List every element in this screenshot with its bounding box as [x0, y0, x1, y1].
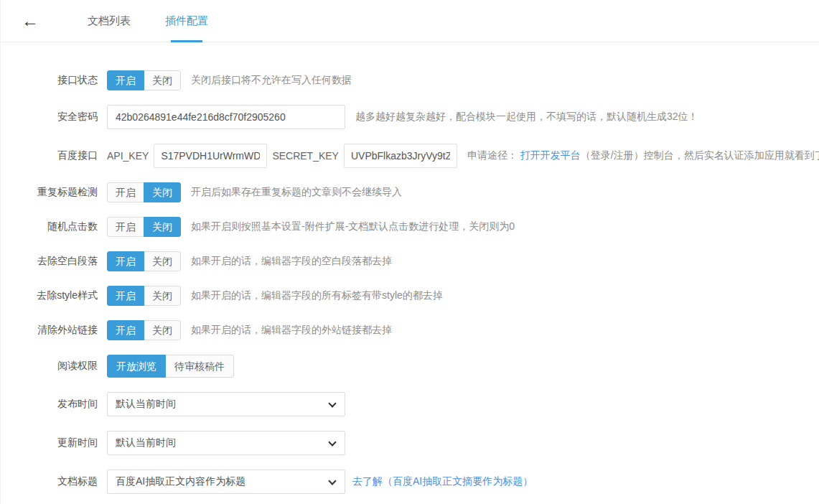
toggle-on-button[interactable]: 开启 [107, 251, 144, 271]
random-clicks-toggle: 开启 关闭 [107, 217, 181, 237]
field-label: 阅读权限 [1, 360, 98, 373]
row-baidu-api: 百度接口 API_KEY SECRET_KEY 申请途径： 打开开发平台（登录/… [1, 144, 819, 168]
help-text: 如果开启的话，编辑器字段的外站链接都去掉 [191, 324, 392, 337]
field-label: 随机点击数 [1, 220, 98, 233]
help-suffix: （登录/注册）控制台，然后实名认证添加应用就看到了 [581, 149, 819, 161]
duplicate-title-toggle: 开启 关闭 [107, 182, 181, 202]
row-doc-title: 文档标题 百度AI抽取正文内容作为标题 去了解（百度AI抽取正文摘要作为标题） [1, 470, 819, 494]
row-clear-external-links: 清除外站链接 开启 关闭 如果开启的话，编辑器字段的外站链接都去掉 [1, 320, 819, 340]
field-label: 更新时间 [1, 437, 98, 449]
tab-plugin-config[interactable]: 插件配置 [148, 0, 225, 42]
doc-title-select[interactable]: 百度AI抽取正文内容作为标题 [107, 470, 345, 494]
remove-style-toggle: 开启 关闭 [107, 286, 181, 306]
help-prefix: 申请途径： [467, 149, 518, 161]
secret-key-label: SECRET_KEY [272, 150, 339, 162]
chevron-down-icon [328, 399, 336, 407]
pending-review-button[interactable]: 待审核稿件 [165, 355, 234, 378]
toggle-on-button[interactable]: 开启 [107, 320, 144, 340]
row-publish-time: 发布时间 默认当前时间 [1, 392, 819, 416]
update-time-select[interactable]: 默认当前时间 [107, 431, 345, 455]
select-value: 默认当前时间 [116, 398, 176, 411]
secret-key-input[interactable] [344, 144, 457, 168]
toggle-on-button[interactable]: 开启 [107, 286, 144, 306]
help-text: 如果开启则按照基本设置-附件扩展-文档默认点击数进行处理，关闭则为0 [191, 220, 515, 233]
read-permission-toggle: 开放浏览 待审核稿件 [107, 355, 234, 378]
help-text: 申请途径： 打开开发平台（登录/注册）控制台，然后实名认证添加应用就看到了 [467, 149, 819, 162]
tab-label: 文档列表 [88, 14, 131, 28]
config-form: 接口状态 开启 关闭 关闭后接口将不允许在写入任何数据 安全密码 越多越好越复杂… [1, 42, 819, 504]
tab-label: 插件配置 [165, 14, 208, 28]
row-interface-status: 接口状态 开启 关闭 关闭后接口将不允许在写入任何数据 [1, 70, 819, 90]
field-label: 文档标题 [1, 475, 98, 488]
open-dev-platform-link[interactable]: 打开开发平台 [520, 149, 581, 161]
header: ← 文档列表 插件配置 [1, 0, 819, 42]
security-password-input[interactable] [107, 105, 345, 129]
tab-underline [171, 40, 202, 42]
row-read-permission: 阅读权限 开放浏览 待审核稿件 [1, 355, 819, 378]
field-label: 重复标题检测 [1, 186, 98, 199]
plugin-config-page: ← 文档列表 插件配置 接口状态 开启 关闭 关闭后接口将不允许在写入任何数据 [0, 0, 819, 504]
row-random-clicks: 随机点击数 开启 关闭 如果开启则按照基本设置-附件扩展-文档默认点击数进行处理… [1, 217, 819, 237]
field-label: 接口状态 [1, 74, 98, 87]
select-value: 默认当前时间 [116, 437, 176, 449]
row-duplicate-title: 重复标题检测 开启 关闭 开启后如果存在重复标题的文章则不会继续导入 [1, 182, 819, 202]
toggle-off-button[interactable]: 关闭 [144, 251, 181, 271]
field-label: 百度接口 [1, 149, 98, 162]
toggle-off-button[interactable]: 关闭 [144, 320, 181, 340]
field-label: 去除style样式 [1, 289, 98, 302]
tab-bar: 文档列表 插件配置 [70, 0, 225, 42]
field-label: 清除外站链接 [1, 324, 98, 337]
help-text: 开启后如果存在重复标题的文章则不会继续导入 [191, 186, 402, 199]
help-text: 关闭后接口将不允许在写入任何数据 [191, 74, 352, 87]
api-key-input[interactable] [154, 144, 267, 168]
chevron-down-icon [328, 438, 336, 446]
toggle-off-button[interactable]: 关闭 [144, 182, 181, 202]
help-text: 如果开启的话，编辑器字段的所有标签有带style的都去掉 [191, 289, 443, 302]
toggle-on-button[interactable]: 开启 [107, 182, 144, 202]
toggle-off-button[interactable]: 关闭 [144, 217, 181, 237]
help-text: 越多越好越复杂越好，配合模块一起使用，不填写的话，默认随机生成32位！ [355, 111, 698, 123]
tab-document-list[interactable]: 文档列表 [70, 0, 148, 42]
select-value: 百度AI抽取正文内容作为标题 [116, 475, 245, 488]
toggle-on-button[interactable]: 开启 [107, 70, 144, 90]
field-label: 去除空白段落 [1, 255, 98, 268]
interface-status-toggle: 开启 关闭 [107, 70, 181, 90]
publish-time-select[interactable]: 默认当前时间 [107, 392, 345, 416]
field-label: 安全密码 [1, 111, 98, 123]
row-update-time: 更新时间 默认当前时间 [1, 431, 819, 455]
clear-links-toggle: 开启 关闭 [107, 320, 181, 340]
open-browse-button[interactable]: 开放浏览 [107, 355, 166, 378]
field-label: 发布时间 [1, 398, 98, 411]
toggle-on-button[interactable]: 开启 [107, 217, 144, 237]
row-security-password: 安全密码 越多越好越复杂越好，配合模块一起使用，不填写的话，默认随机生成32位！ [1, 105, 819, 129]
toggle-off-button[interactable]: 关闭 [144, 286, 181, 306]
row-remove-blank-paragraphs: 去除空白段落 开启 关闭 如果开启的话，编辑器字段的空白段落都去掉 [1, 251, 819, 271]
remove-blank-toggle: 开启 关闭 [107, 251, 181, 271]
help-text: 如果开启的话，编辑器字段的空白段落都去掉 [191, 255, 392, 268]
toggle-off-button[interactable]: 关闭 [144, 70, 181, 90]
row-remove-style: 去除style样式 开启 关闭 如果开启的话，编辑器字段的所有标签有带style… [1, 286, 819, 306]
chevron-down-icon [328, 477, 336, 485]
back-arrow-icon[interactable]: ← [19, 12, 42, 29]
api-key-label: API_KEY [107, 150, 149, 162]
learn-more-link[interactable]: 去了解（百度AI抽取正文摘要作为标题） [352, 475, 533, 488]
